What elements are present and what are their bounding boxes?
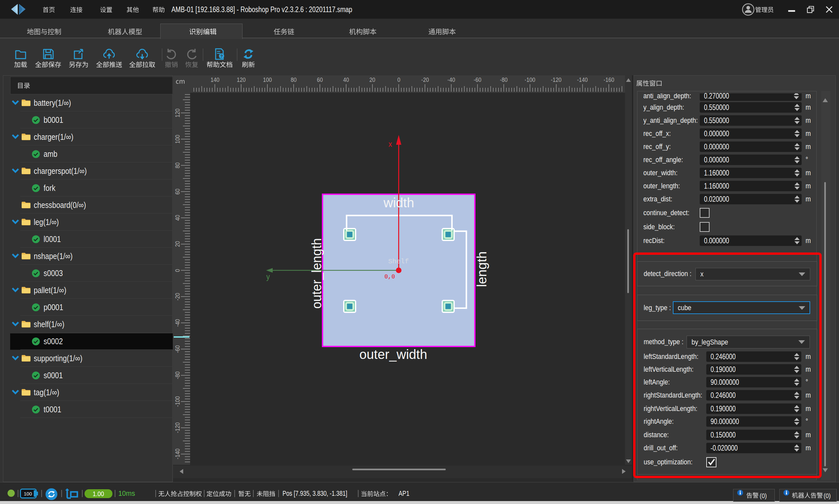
svg-text:100: 100 — [23, 491, 32, 497]
svg-text:?: ? — [220, 54, 223, 59]
